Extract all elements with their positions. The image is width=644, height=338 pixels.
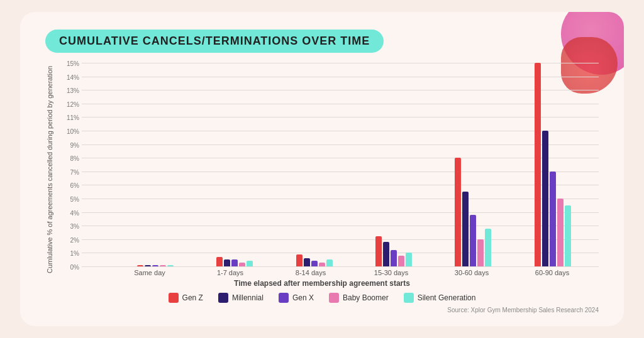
x-label: 1-7 days — [190, 266, 270, 276]
legend-label: Gen X — [292, 293, 314, 302]
bar — [311, 261, 318, 266]
x-label: 8-14 days — [270, 266, 351, 276]
bar-group — [275, 63, 354, 266]
bar — [406, 253, 412, 266]
bar — [224, 259, 230, 266]
bar — [550, 172, 556, 266]
bar — [326, 259, 333, 266]
bar — [160, 265, 166, 266]
bar — [137, 265, 143, 266]
bar-group — [513, 63, 592, 266]
bar-group — [116, 63, 195, 266]
bar — [296, 254, 303, 266]
legend-label: Baby Boomer — [343, 293, 389, 302]
bar — [470, 215, 476, 266]
x-label: 15-30 days — [351, 266, 431, 276]
bar — [398, 256, 404, 266]
bar — [462, 192, 469, 266]
bar — [485, 229, 491, 266]
bar-group — [433, 63, 513, 266]
bar — [216, 257, 223, 266]
bar — [304, 258, 310, 266]
bar — [152, 265, 158, 266]
legend-item: Gen X — [279, 293, 314, 303]
chart-inner: 0%1%2%3%4%5%6%7%8%9%10%11%12%13%14%15% S… — [75, 63, 599, 276]
bar — [319, 263, 325, 266]
legend: Gen ZMillennialGen XBaby BoomerSilent Ge… — [45, 293, 599, 303]
legend-item: Millennial — [218, 293, 264, 303]
bar-group — [195, 63, 274, 266]
x-axis-title: Time elapsed after membership agreement … — [45, 279, 599, 288]
chart-title: CUMULATIVE CANCELS/TERMINATIONS OVER TIM… — [45, 30, 384, 53]
x-axis-labels: Same day1-7 days8-14 days15-30 days30-60… — [82, 266, 599, 276]
bar — [535, 63, 541, 266]
legend-swatch — [218, 293, 228, 303]
legend-label: Silent Generation — [418, 293, 476, 302]
legend-swatch — [279, 293, 289, 303]
bar — [375, 236, 382, 266]
legend-item: Gen Z — [169, 293, 203, 303]
legend-item: Baby Boomer — [329, 293, 389, 303]
grid-and-bars: 0%1%2%3%4%5%6%7%8%9%10%11%12%13%14%15% — [82, 63, 599, 266]
bar-group — [354, 63, 433, 266]
bar — [391, 250, 397, 266]
x-label: Same day — [109, 266, 190, 276]
legend-swatch — [169, 293, 179, 303]
bar — [231, 259, 238, 266]
bar — [455, 158, 461, 266]
legend-swatch — [404, 293, 414, 303]
bar — [167, 265, 174, 266]
bar — [145, 265, 151, 266]
bar — [477, 239, 484, 266]
bar — [542, 131, 548, 266]
x-label: 30-60 days — [431, 266, 512, 276]
legend-item: Silent Generation — [404, 293, 476, 303]
source-text: Source: Xplor Gym Membership Sales Resea… — [45, 307, 599, 313]
bar — [383, 242, 389, 266]
bar — [557, 199, 564, 266]
x-label: 60-90 days — [512, 266, 592, 276]
chart-area: Cumlulative % of agreements cancelled du… — [45, 63, 599, 276]
bar — [247, 261, 253, 266]
legend-label: Millennial — [232, 293, 264, 302]
chart-card: CUMULATIVE CANCELS/TERMINATIONS OVER TIM… — [20, 12, 624, 326]
legend-label: Gen Z — [182, 293, 203, 302]
legend-swatch — [329, 293, 339, 303]
bar — [565, 205, 571, 266]
bar — [239, 263, 245, 266]
